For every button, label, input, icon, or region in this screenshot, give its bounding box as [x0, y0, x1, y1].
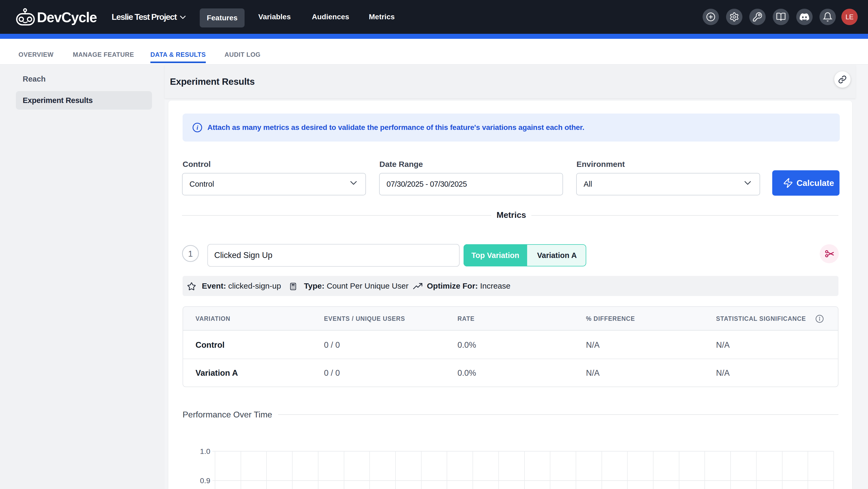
svg-text:i: i [196, 124, 198, 131]
